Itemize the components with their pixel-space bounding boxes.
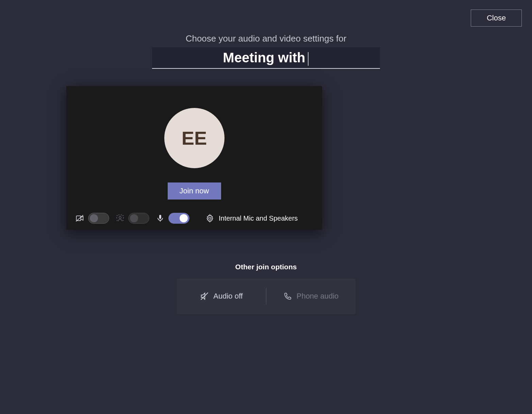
other-options-title: Other join options bbox=[0, 263, 532, 271]
audio-off-label: Audio off bbox=[213, 292, 243, 301]
svg-point-4 bbox=[121, 214, 121, 215]
camera-toggle[interactable] bbox=[88, 213, 109, 224]
close-button[interactable]: Close bbox=[471, 10, 522, 27]
header: Choose your audio and video settings for bbox=[152, 33, 380, 69]
svg-point-5 bbox=[123, 216, 123, 216]
svg-point-9 bbox=[123, 220, 123, 221]
svg-point-8 bbox=[117, 220, 118, 221]
join-now-button[interactable]: Join now bbox=[168, 182, 221, 200]
device-settings-button[interactable]: Internal Mic and Speakers bbox=[205, 213, 298, 223]
video-preview-card: EE Join now bbox=[66, 86, 322, 230]
svg-point-3 bbox=[119, 214, 119, 215]
gear-icon bbox=[205, 213, 215, 223]
mic-toggle[interactable] bbox=[168, 213, 189, 224]
phone-audio-button[interactable]: Phone audio bbox=[266, 278, 355, 314]
background-blur-icon bbox=[115, 213, 125, 223]
svg-point-12 bbox=[209, 217, 211, 220]
settings-subtitle: Choose your audio and video settings for bbox=[152, 33, 380, 44]
svg-point-1 bbox=[119, 217, 121, 219]
blur-toggle-group bbox=[115, 213, 149, 224]
microphone-icon bbox=[155, 213, 165, 223]
camera-toggle-group bbox=[75, 213, 109, 224]
camera-off-icon bbox=[75, 213, 85, 223]
svg-point-6 bbox=[116, 218, 117, 218]
other-join-options: Other join options Audio off Phone audio bbox=[0, 263, 532, 314]
phone-audio-label: Phone audio bbox=[297, 292, 339, 301]
blur-toggle bbox=[128, 213, 149, 224]
device-label-text: Internal Mic and Speakers bbox=[219, 214, 298, 222]
svg-point-7 bbox=[123, 218, 124, 218]
mic-toggle-group bbox=[155, 213, 189, 224]
audio-off-button[interactable]: Audio off bbox=[177, 278, 266, 314]
phone-icon bbox=[283, 291, 293, 301]
meeting-title-input[interactable] bbox=[152, 50, 380, 65]
controls-row: Internal Mic and Speakers bbox=[66, 213, 322, 224]
meeting-title-wrap[interactable] bbox=[152, 47, 380, 69]
svg-point-2 bbox=[117, 216, 118, 216]
audio-off-icon bbox=[200, 291, 209, 301]
text-cursor bbox=[308, 52, 309, 66]
avatar: EE bbox=[164, 108, 225, 168]
avatar-initials: EE bbox=[182, 127, 207, 149]
options-row: Audio off Phone audio bbox=[177, 278, 355, 314]
svg-rect-10 bbox=[159, 215, 161, 219]
